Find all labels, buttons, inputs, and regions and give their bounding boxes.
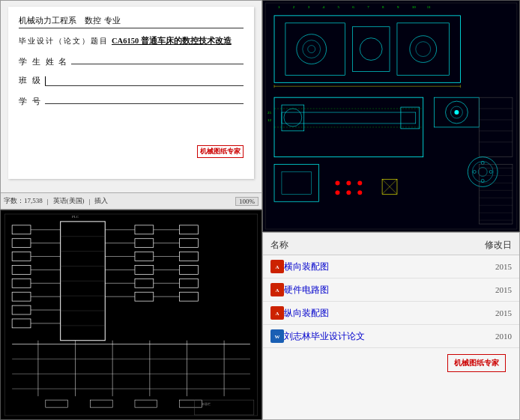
svg-text:PLC: PLC	[72, 215, 79, 219]
file-date-1: 2015	[452, 285, 512, 294]
file-name-0: 横向装配图	[284, 261, 452, 273]
class-underline	[45, 76, 244, 86]
main-container: 机械动力工程系 数控 专业 毕业设计（论文）题目 CA6150 普通车床的数控技…	[0, 0, 520, 420]
student-label: 学 生 姓 名	[19, 56, 68, 67]
cad-drawing-top-right: 1 2 3 4 5 6 7 8 9 10 11	[262, 0, 520, 232]
thesis-label: 毕业设计（论文）题目	[19, 36, 109, 46]
svg-rect-0	[1, 210, 261, 419]
department-title-row: 机械动力工程系 数控 专业	[19, 16, 244, 28]
language-status: 英语(美国)	[53, 196, 85, 206]
left-column: 机械动力工程系 数控 专业 毕业设计（论文）题目 CA6150 普通车床的数控技…	[0, 0, 262, 420]
doc-watermark: 机械图纸专家	[197, 145, 244, 158]
cad-file-icon: A	[272, 284, 282, 295]
word-file-icon: W	[272, 331, 282, 341]
svg-text:W: W	[275, 334, 280, 340]
zoom-level: 100%	[235, 197, 259, 206]
svg-text:A: A	[275, 287, 279, 293]
file-date-2: 2015	[452, 308, 512, 317]
svg-point-125	[357, 190, 362, 195]
list-item[interactable]: A 纵向装配图 2015	[263, 302, 519, 325]
svg-text:25: 25	[267, 111, 271, 115]
file-date-3: 2010	[452, 332, 512, 341]
file-list-header: 名称 修改日	[263, 233, 519, 255]
svg-text:A: A	[275, 264, 279, 270]
svg-point-105	[454, 110, 459, 115]
list-item[interactable]: A 横向装配图 2015	[263, 255, 519, 279]
word-document-area: 机械动力工程系 数控 专业 毕业设计（论文）题目 CA6150 普通车床的数控技…	[0, 0, 262, 210]
svg-point-124	[346, 190, 351, 195]
file-name-3: 刘志林毕业设计论文	[284, 330, 452, 343]
watermark-container: 机械图纸专家	[263, 348, 519, 375]
list-item[interactable]: W 刘志林毕业设计论文 2010	[263, 325, 519, 348]
file-date-0: 2015	[452, 262, 512, 271]
file-list-watermark: 机械图纸专家	[447, 354, 506, 372]
list-item[interactable]: A 硬件电路图 2015	[263, 279, 519, 302]
svg-text:11: 11	[427, 5, 431, 9]
cad-drawing-bottom-left: PLC	[0, 210, 262, 420]
dept-suffix	[79, 16, 82, 25]
svg-text:A: A	[275, 311, 279, 317]
class-field: 班 级	[19, 75, 244, 86]
class-label: 班 级	[19, 75, 42, 86]
status-bar: 字数：17,538 | 英语(美国) | 插入 100%	[1, 192, 261, 209]
file-name-2: 纵向装配图	[284, 307, 452, 320]
col-date-header: 修改日	[452, 239, 512, 252]
file-list-area: 名称 修改日 A 横向装配图 2015 A	[262, 232, 520, 420]
cad-file-icon: A	[272, 308, 282, 318]
svg-point-122	[357, 180, 362, 185]
major-suffix: 专业	[104, 16, 121, 26]
department-label: 机械动力工程系	[19, 16, 76, 26]
thesis-content: CA6150 普通车床的数控技术改造	[112, 36, 232, 46]
edit-mode: 插入	[94, 196, 108, 206]
file-name-1: 硬件电路图	[284, 284, 452, 296]
col-name-header: 名称	[270, 239, 452, 252]
status-separator: |	[47, 198, 49, 205]
text-cursor	[45, 76, 46, 85]
cad-icon: A	[270, 306, 284, 320]
id-label: 学 号	[19, 96, 42, 107]
cad-svg-left: PLC	[1, 210, 261, 419]
cad-icon: A	[270, 283, 284, 296]
id-underline	[45, 94, 244, 104]
cad-icon: A	[270, 260, 284, 273]
right-column: 1 2 3 4 5 6 7 8 9 10 11	[262, 0, 520, 420]
svg-point-123	[335, 190, 339, 195]
student-name-field: 学 生 姓 名	[19, 54, 244, 67]
status-separator2: |	[89, 198, 91, 205]
svg-point-120	[335, 180, 339, 185]
svg-text:12: 12	[267, 118, 271, 122]
major-prefix: 数控	[85, 16, 101, 26]
document-page: 机械动力工程系 数控 专业 毕业设计（论文）题目 CA6150 普通车床的数控技…	[8, 7, 254, 179]
thesis-title: CA6150 普通车床的数控技术改造	[112, 36, 232, 46]
svg-text:10: 10	[412, 5, 416, 9]
student-underline	[71, 54, 244, 64]
student-id-field: 学 号	[19, 94, 244, 107]
cad-file-icon: A	[272, 261, 282, 272]
cad-svg-right: 1 2 3 4 5 6 7 8 9 10 11	[263, 1, 519, 231]
word-icon: W	[270, 329, 284, 343]
word-count: 字数：17,538	[4, 196, 43, 206]
thesis-row: 毕业设计（论文）题目 CA6150 普通车床的数控技术改造	[19, 36, 244, 46]
svg-text:标题栏: 标题栏	[201, 402, 211, 406]
svg-point-121	[346, 180, 351, 185]
